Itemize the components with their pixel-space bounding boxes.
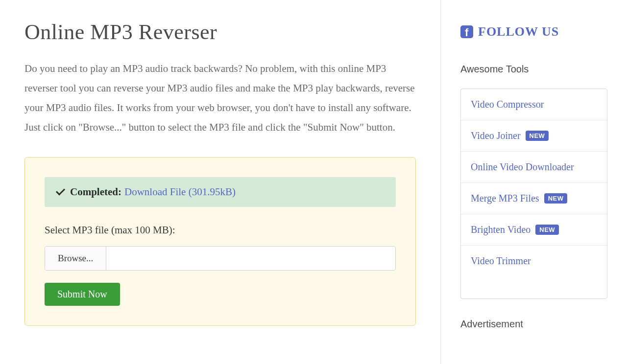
check-icon — [55, 188, 65, 195]
facebook-icon — [460, 25, 473, 38]
tool-label: Online Video Downloader — [471, 161, 574, 173]
browse-button[interactable]: Browse... — [45, 247, 106, 270]
file-picker: Browse... — [45, 246, 396, 271]
tool-item-video-downloader[interactable]: Online Video Downloader — [461, 152, 607, 183]
file-input[interactable] — [106, 247, 395, 270]
select-file-label: Select MP3 file (max 100 MB): — [45, 224, 396, 236]
tool-list[interactable]: Video Compressor Video Joiner NEW Online… — [460, 89, 607, 299]
tool-item-video-trimmer[interactable]: Video Trimmer — [461, 246, 607, 276]
new-badge: NEW — [526, 131, 549, 141]
tool-item-merge-mp3[interactable]: Merge MP3 Files NEW — [461, 183, 607, 214]
follow-us-label: FOLLOW US — [478, 24, 559, 39]
tool-item-video-joiner[interactable]: Video Joiner NEW — [461, 120, 607, 152]
tool-item-brighten-video[interactable]: Brighten Video NEW — [461, 214, 607, 246]
advertisement-header: Advertisement — [460, 318, 607, 330]
status-bar: Completed: Download File (301.95kB) — [45, 177, 396, 207]
follow-us-link[interactable]: FOLLOW US — [460, 24, 607, 39]
download-link[interactable]: Download File (301.95kB) — [124, 186, 236, 198]
page-description: Do you need to play an MP3 audio track b… — [24, 59, 416, 137]
tool-label: Video Joiner — [471, 130, 521, 141]
new-badge: NEW — [535, 225, 559, 235]
submit-button[interactable]: Submit Now — [45, 283, 120, 306]
tool-label: Brighten Video — [471, 224, 531, 235]
page-title: Online MP3 Reverser — [24, 20, 416, 45]
tool-label: Video Compressor — [471, 99, 544, 110]
tool-item-video-compressor[interactable]: Video Compressor — [461, 89, 607, 120]
tool-label: Merge MP3 Files — [471, 193, 539, 204]
tools-header: Awesome Tools — [460, 64, 607, 75]
upload-box: Completed: Download File (301.95kB) Sele… — [24, 157, 416, 326]
status-label: Completed: — [70, 186, 121, 198]
new-badge: NEW — [544, 193, 568, 204]
tool-label: Video Trimmer — [471, 255, 531, 267]
